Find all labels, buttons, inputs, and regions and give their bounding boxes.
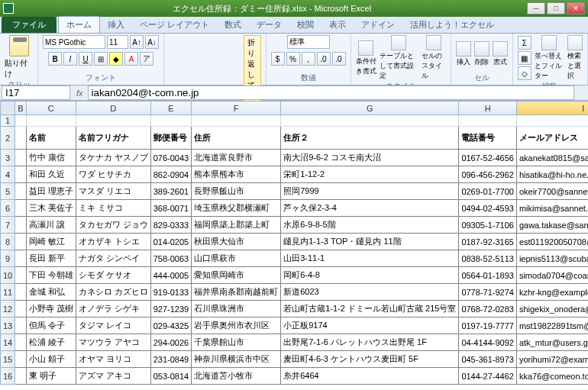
find-select-button[interactable]: 検索と選択 — [567, 35, 583, 81]
cell-D11[interactable]: カネシロ カズヒロ — [76, 284, 150, 301]
minimize-button[interactable]: ─ — [527, 2, 545, 15]
col-header-H[interactable]: H — [459, 102, 517, 115]
cell-G13[interactable]: 小正板9174 — [281, 317, 459, 334]
cell-D14[interactable]: マツウラ アヤコ — [76, 334, 150, 351]
cell-E11[interactable]: 919-0133 — [150, 284, 192, 301]
cell-C7[interactable]: 高瀬川 譲 — [26, 217, 76, 234]
col-header-E[interactable]: E — [150, 102, 192, 115]
dec-decimal-button[interactable]: .0 — [332, 52, 346, 66]
cell-F16[interactable]: 北海道苫小牧市 — [192, 368, 281, 385]
cell-G14[interactable]: 出野尾7-1-6 パレットハウス出野尾 1F — [281, 334, 459, 351]
cell-D7[interactable]: タカセガワ ジョウ — [76, 217, 150, 234]
cell-F5[interactable]: 長野県飯山市 — [192, 183, 281, 200]
row-header-5[interactable]: 5 — [1, 183, 15, 200]
cell-D4[interactable]: ワダ ヒサチカ — [76, 166, 150, 183]
cell-D10[interactable]: シモダ ケサオ — [76, 267, 150, 284]
tab-6[interactable]: 表示 — [321, 17, 354, 33]
row-header-6[interactable]: 6 — [1, 200, 15, 217]
cell-E15[interactable]: 231-0849 — [150, 351, 192, 368]
cell-G9[interactable]: 山田3-11-1 — [281, 250, 459, 267]
border-button[interactable]: ⊞ — [94, 52, 108, 66]
cell-D3[interactable]: タケナカ ヤスノブ — [76, 150, 150, 166]
cell-F11[interactable]: 福井県南条郡南越前町 — [192, 284, 281, 301]
tab-4[interactable]: データ — [249, 17, 289, 33]
cell-H8[interactable]: 0187-92-3165 — [459, 234, 517, 250]
cell-I10[interactable]: simoda0704@coara.or.jp — [516, 267, 588, 284]
cell-C12[interactable]: 小野寺 茂樹 — [26, 301, 76, 317]
fill-color-button[interactable]: ◆ — [109, 52, 123, 66]
cell-D12[interactable]: オノデラ シゲキ — [76, 301, 150, 317]
italic-button[interactable]: I — [63, 52, 77, 66]
cell-C15[interactable]: 小山 頼子 — [26, 351, 76, 368]
cell-H7[interactable]: 09305-1-7106 — [459, 217, 517, 234]
cell-B13[interactable] — [15, 317, 26, 334]
cell-C10[interactable]: 下田 今朝雄 — [26, 267, 76, 284]
cell-C5[interactable]: 益田 理恵子 — [26, 183, 76, 200]
cell-C11[interactable]: 金城 和弘 — [26, 284, 76, 301]
cell-C8[interactable]: 岡崎 敏江 — [26, 234, 76, 250]
cell-D2[interactable]: 名前フリガナ — [76, 127, 150, 150]
cell-G7[interactable]: 水原6-9-8-5階 — [281, 217, 459, 234]
cell-F12[interactable]: 石川県珠洲市 — [192, 301, 281, 317]
cell-F14[interactable]: 千葉県館山市 — [192, 334, 281, 351]
cell-I9[interactable]: iepnis5113@scuba-diver.jp — [516, 250, 588, 267]
row-header-13[interactable]: 13 — [1, 317, 15, 334]
format-cells-button[interactable]: 書式 — [493, 41, 508, 67]
paste-button[interactable]: 貼り付け — [5, 35, 33, 79]
cell-H1[interactable] — [459, 115, 517, 127]
fx-icon[interactable]: fx — [72, 89, 88, 98]
delete-cells-button[interactable]: 削除 — [474, 41, 489, 67]
cell-C1[interactable] — [26, 115, 76, 127]
cell-H3[interactable]: 0167-52-4656 — [459, 150, 517, 166]
tab-5[interactable]: 校閲 — [289, 17, 321, 33]
cell-I15[interactable]: yorihumi72@example.gr.jp — [516, 351, 588, 368]
cell-I13[interactable]: mst19822891tsm@dti.ad.jp — [516, 317, 588, 334]
cell-B15[interactable] — [15, 351, 26, 368]
cell-E12[interactable]: 927-1239 — [150, 301, 192, 317]
cell-B5[interactable] — [15, 183, 26, 200]
cell-E13[interactable]: 029-4325 — [150, 317, 192, 334]
maximize-button[interactable]: □ — [547, 2, 565, 15]
tab-2[interactable]: ページ レイアウト — [132, 17, 217, 33]
cell-styles-button[interactable]: セルのスタイル — [422, 35, 446, 81]
cell-H9[interactable]: 0838-52-5113 — [459, 250, 517, 267]
cell-C2[interactable]: 名前 — [26, 127, 76, 150]
autosum-button[interactable]: Σ — [518, 36, 531, 50]
cell-F1[interactable] — [192, 115, 281, 127]
cell-H11[interactable]: 0778-71-9274 — [459, 284, 517, 301]
cell-E5[interactable]: 389-2601 — [150, 183, 192, 200]
cell-D5[interactable]: マスダ リエコ — [76, 183, 150, 200]
cell-F8[interactable]: 秋田県大仙市 — [192, 234, 281, 250]
name-box[interactable] — [2, 85, 70, 100]
grow-font-button[interactable]: A↑ — [130, 35, 144, 49]
cell-G10[interactable]: 岡町6-4-8 — [281, 267, 459, 284]
cell-H10[interactable]: 0564-01-1893 — [459, 267, 517, 284]
cell-G16[interactable]: 糸井6464 — [281, 368, 459, 385]
cell-G2[interactable]: 住所２ — [281, 127, 459, 150]
col-header-G[interactable]: G — [281, 102, 459, 115]
cell-F13[interactable]: 岩手県奥州市衣川区 — [192, 317, 281, 334]
cell-G12[interactable]: 若山町古蔵1-1-2 ドミール若山町古蔵 215号室 — [281, 301, 459, 317]
fill-button[interactable]: ▦ — [518, 51, 531, 65]
tab-7[interactable]: アドイン — [354, 17, 402, 33]
cell-B14[interactable] — [15, 334, 26, 351]
cell-I14[interactable]: atk_mtur@users.gr.jp — [516, 334, 588, 351]
percent-button[interactable]: % — [286, 52, 300, 66]
cell-G6[interactable]: 芦ヶ久保2-3-4 — [281, 200, 459, 217]
cell-F2[interactable]: 住所 — [192, 127, 281, 150]
font-name-select[interactable] — [43, 35, 105, 49]
conditional-format-button[interactable]: 条件付き書式 — [356, 40, 377, 76]
cell-H12[interactable]: 0768-72-0283 — [459, 301, 517, 317]
cell-B4[interactable] — [15, 166, 26, 183]
row-header-14[interactable]: 14 — [1, 334, 15, 351]
tab-3[interactable]: 数式 — [217, 17, 249, 33]
inc-decimal-button[interactable]: .0 — [317, 52, 331, 66]
row-header-11[interactable]: 11 — [1, 284, 15, 301]
cell-B9[interactable] — [15, 250, 26, 267]
cell-I11[interactable]: kzhr-kng@example.jp — [516, 284, 588, 301]
cell-C16[interactable]: 東 明子 — [26, 368, 76, 385]
cell-G11[interactable]: 新道6023 — [281, 284, 459, 301]
row-header-12[interactable]: 12 — [1, 301, 15, 317]
row-header-4[interactable]: 4 — [1, 166, 15, 183]
cell-B7[interactable] — [15, 217, 26, 234]
